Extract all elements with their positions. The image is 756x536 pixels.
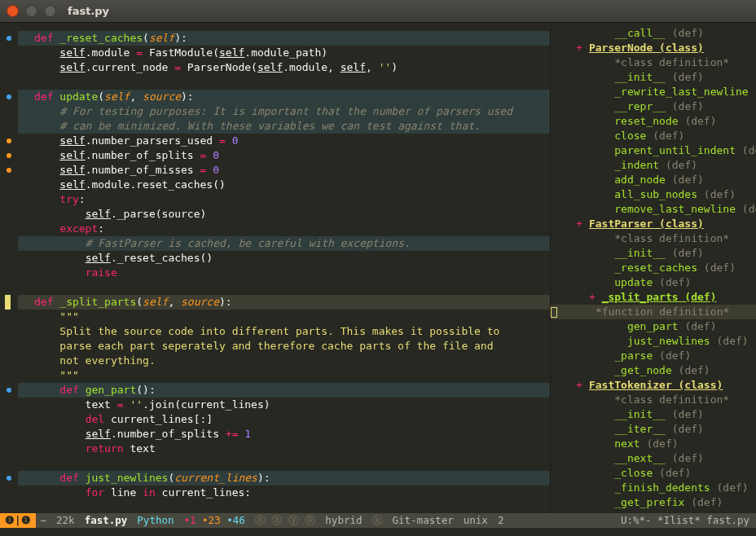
code-line[interactable]: return text <box>18 442 550 456</box>
editor-content: def _reset_caches(self): self.module = F… <box>0 23 756 513</box>
outline-item[interactable]: __init__ (def) <box>551 70 756 85</box>
code-line[interactable]: try: <box>18 192 550 207</box>
outline-item[interactable]: next (def) <box>551 437 756 451</box>
outline-item[interactable]: update (def) <box>551 275 756 290</box>
status-percent: 2 <box>493 513 509 528</box>
code-editor[interactable]: def _reset_caches(self): self.module = F… <box>18 23 550 513</box>
status-flags: ⓢ ⓐ ⓨ ⓟ <box>250 513 321 528</box>
outline-item[interactable]: close (def) <box>551 129 756 143</box>
outline-item[interactable]: + _split_parts (def) <box>551 290 756 305</box>
code-line[interactable] <box>18 456 550 471</box>
window-titlebar: fast.py <box>0 0 756 23</box>
maximize-icon[interactable] <box>44 5 56 17</box>
code-line[interactable]: # For testing purposes: It is important … <box>18 104 550 119</box>
code-line[interactable]: def gen_part(): <box>18 383 550 398</box>
outline-item[interactable]: _finish_dedents (def) <box>551 481 756 495</box>
outline-item[interactable]: gen_part (def) <box>551 319 756 334</box>
gutter-def-marker <box>0 90 18 104</box>
code-line[interactable]: def just_newlines(current_lines): <box>18 471 550 485</box>
outline-item[interactable]: __call__ (def) <box>551 26 756 41</box>
outline-item[interactable]: *function definition* <box>551 305 756 319</box>
outline-item[interactable]: _close (def) <box>551 466 756 481</box>
outline-item[interactable]: remove_last_newline (def) <box>551 202 756 217</box>
status-indicator: ❶|❶ <box>0 513 36 528</box>
code-line[interactable]: self.module.reset_caches() <box>18 178 550 192</box>
minibuffer[interactable] <box>0 528 756 536</box>
outline-item[interactable]: + FastParser (class) <box>551 217 756 231</box>
status-filename: fast.py <box>80 513 133 528</box>
outline-item[interactable]: add_node (def) <box>551 173 756 187</box>
status-k: ⓚ <box>367 513 388 528</box>
code-line[interactable]: for line in current_lines: <box>18 485 550 500</box>
code-line[interactable] <box>18 75 550 90</box>
code-line[interactable]: self.number_of_splits += 1 <box>18 427 550 442</box>
code-line[interactable]: raise <box>18 266 550 280</box>
outline-panel[interactable]: __call__ (def) + ParserNode (class) *cla… <box>551 23 756 513</box>
outline-item[interactable]: *class definition* <box>551 55 756 70</box>
status-git: Git-master <box>388 513 459 528</box>
window-title: fast.py <box>68 4 109 19</box>
gutter-mod-marker <box>0 148 18 163</box>
outline-item[interactable]: _get_node (def) <box>551 363 756 378</box>
outline-item[interactable]: all_sub_nodes (def) <box>551 187 756 202</box>
code-line[interactable]: del current_lines[:] <box>18 412 550 427</box>
gutter-mod-marker <box>0 134 18 148</box>
status-filesize: 22k <box>51 513 80 528</box>
close-icon[interactable] <box>7 5 19 17</box>
gutter-def-marker <box>0 31 18 46</box>
code-line[interactable]: Split the source code into different par… <box>18 324 550 339</box>
status-encoding: unix <box>459 513 493 528</box>
status-vcs-dash: − <box>36 513 52 528</box>
gutter-def-marker <box>0 383 18 398</box>
gutter-def-marker <box>0 471 18 485</box>
outline-item[interactable]: _rewrite_last_newline (def) <box>551 85 756 99</box>
gutter-cursor-marker <box>0 295 18 310</box>
outline-item[interactable]: _get_prefix (def) <box>551 495 756 510</box>
code-line[interactable]: self.current_node = ParserNode(self.modu… <box>18 60 550 75</box>
code-line[interactable]: # can be minimized. With these variables… <box>18 119 550 134</box>
status-bar: ❶|❶ − 22k fast.py Python •1 •23 •46 ⓢ ⓐ … <box>0 513 756 528</box>
code-line[interactable]: def update(self, source): <box>18 90 550 104</box>
code-line[interactable]: self.module = FastModule(self.module_pat… <box>18 46 550 60</box>
outline-item[interactable]: *class definition* <box>551 393 756 407</box>
outline-item[interactable]: __init__ (def) <box>551 407 756 422</box>
status-right: U:%*- *Ilist* fast.py <box>621 513 756 528</box>
code-line[interactable] <box>18 280 550 295</box>
outline-item[interactable]: __iter__ (def) <box>551 422 756 437</box>
minimize-icon[interactable] <box>25 5 37 17</box>
gutter-mod-marker <box>0 163 18 178</box>
code-line[interactable]: self._reset_caches() <box>18 251 550 266</box>
outline-item[interactable]: *class definition* <box>551 231 756 246</box>
status-error-count: •1 <box>183 514 196 526</box>
code-line[interactable]: text = ''.join(current_lines) <box>18 398 550 412</box>
status-mode: Python <box>132 513 178 528</box>
outline-item[interactable]: just_newlines (def) <box>551 334 756 349</box>
outline-item[interactable]: __next__ (def) <box>551 451 756 466</box>
code-line[interactable]: self.number_of_splits = 0 <box>18 148 550 163</box>
outline-item[interactable]: + FastTokenizer (class) <box>551 378 756 393</box>
outline-item[interactable]: __repr__ (def) <box>551 99 756 114</box>
status-warning-count: •23 <box>202 514 221 526</box>
code-line[interactable]: self.number_parsers_used = 0 <box>18 134 550 148</box>
code-line[interactable]: self.number_of_misses = 0 <box>18 163 550 178</box>
outline-item[interactable]: _indent (def) <box>551 158 756 173</box>
code-line[interactable]: not everything. <box>18 354 550 368</box>
code-line[interactable]: """ <box>18 310 550 324</box>
code-line[interactable]: self._parse(source) <box>18 207 550 222</box>
outline-item[interactable]: __init__ (def) <box>551 246 756 261</box>
outline-item[interactable]: _reset_caches (def) <box>551 261 756 275</box>
outline-item[interactable]: reset_node (def) <box>551 114 756 129</box>
outline-item[interactable]: parent_until_indent (def) <box>551 143 756 158</box>
outline-item[interactable]: + ParserNode (class) <box>551 41 756 55</box>
code-line[interactable]: # FastParser is cached, be careful with … <box>18 236 550 251</box>
outline-item[interactable]: _parse (def) <box>551 349 756 363</box>
code-line[interactable]: parse each part seperately and therefore… <box>18 339 550 354</box>
outline-cursor-box <box>551 307 557 318</box>
code-line[interactable]: def _reset_caches(self): <box>18 31 550 46</box>
code-line[interactable]: def _split_parts(self, source): <box>18 295 550 310</box>
code-line[interactable]: """ <box>18 368 550 383</box>
editor-gutter <box>0 23 18 513</box>
code-line[interactable]: except: <box>18 222 550 236</box>
status-info-count: •46 <box>226 514 245 526</box>
status-hybrid: hybrid <box>320 513 367 528</box>
